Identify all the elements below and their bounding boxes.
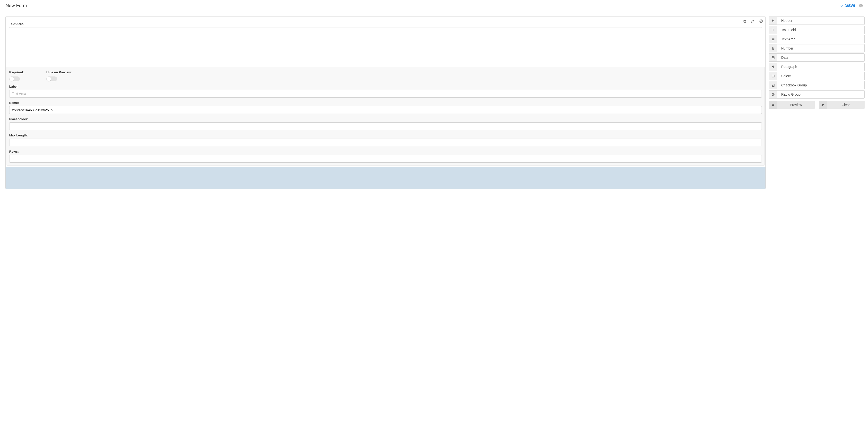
label-label: Label: xyxy=(9,85,762,88)
label-input[interactable] xyxy=(9,90,762,98)
lines-icon xyxy=(769,35,777,43)
palette-item-label: Paragraph xyxy=(777,63,864,71)
dropdown-icon xyxy=(769,72,777,80)
save-button[interactable]: Save xyxy=(840,3,855,8)
preview-button[interactable]: Preview xyxy=(769,101,815,109)
palette-item-label: Checkbox Group xyxy=(777,81,864,89)
palette-item-label: Text Field xyxy=(777,26,864,34)
rows-input[interactable] xyxy=(9,155,762,163)
field-settings-panel: Required: Hide on Preview: Label: Name: xyxy=(6,67,765,166)
field-toolbar xyxy=(743,19,763,23)
palette-column: HeaderText FieldText AreaNumberDateParag… xyxy=(769,16,865,109)
rows-label: Rows: xyxy=(9,150,762,154)
palette-item-select[interactable]: Select xyxy=(769,72,865,80)
placeholder-input[interactable] xyxy=(9,122,762,130)
placeholder-label: Placeholder: xyxy=(9,117,762,121)
close-icon xyxy=(859,3,863,8)
palette-item-label: Header xyxy=(777,17,864,25)
topbar-actions: Save xyxy=(840,3,863,8)
palette-item-checkboxgroup[interactable]: Checkbox Group xyxy=(769,81,865,89)
canvas-drop-zone[interactable] xyxy=(6,167,766,189)
palette-item-label: Date xyxy=(777,54,864,61)
check-icon xyxy=(840,4,844,7)
hide-on-preview-label: Hide on Preview: xyxy=(46,70,72,74)
palette-item-label: Number xyxy=(777,44,864,52)
palette-item-label: Text Area xyxy=(777,35,864,43)
duplicate-button[interactable] xyxy=(743,19,746,23)
maxlength-label: Max Length: xyxy=(9,134,762,137)
field-card-textarea[interactable]: Text Area xyxy=(6,17,766,64)
maxlength-input[interactable] xyxy=(9,139,762,146)
radio-icon xyxy=(769,91,777,98)
palette-item-header[interactable]: Header xyxy=(769,16,865,25)
close-button[interactable] xyxy=(859,3,863,8)
clear-button[interactable]: Clear xyxy=(819,101,865,109)
palette-item-label: Select xyxy=(777,72,864,80)
eraser-icon xyxy=(821,103,825,106)
required-label: Required: xyxy=(9,70,24,74)
save-button-label: Save xyxy=(845,3,855,8)
delete-button[interactable] xyxy=(759,19,763,23)
heading-icon xyxy=(769,17,777,25)
palette-item-textfield[interactable]: Text Field xyxy=(769,26,865,34)
palette-item-number[interactable]: Number xyxy=(769,44,865,53)
hash-icon xyxy=(769,44,777,52)
pilcrow-icon xyxy=(769,63,777,71)
palette-item-radiogroup[interactable]: Radio Group xyxy=(769,90,865,99)
palette-list: HeaderText FieldText AreaNumberDateParag… xyxy=(769,16,865,99)
eye-icon xyxy=(771,103,775,106)
checkbox-icon xyxy=(769,81,777,89)
palette-item-label: Radio Group xyxy=(777,91,864,98)
palette-item-paragraph[interactable]: Paragraph xyxy=(769,63,865,71)
field-type-label: Text Area xyxy=(9,22,762,26)
edit-icon xyxy=(751,19,755,23)
textarea-preview[interactable] xyxy=(9,27,762,63)
required-toggle[interactable] xyxy=(9,76,20,81)
palette-item-date[interactable]: Date xyxy=(769,54,865,62)
edit-button[interactable] xyxy=(751,19,755,23)
copy-icon xyxy=(743,19,746,23)
calendar-icon xyxy=(769,54,777,61)
clear-button-label: Clear xyxy=(827,101,865,109)
name-input[interactable] xyxy=(9,106,762,114)
name-label: Name: xyxy=(9,101,762,105)
preview-button-label: Preview xyxy=(777,101,815,109)
close-icon xyxy=(759,19,763,23)
workspace: Text Area Required: Hide on Preview: Lab… xyxy=(0,11,868,194)
canvas-column: Text Area Required: Hide on Preview: Lab… xyxy=(5,16,766,189)
hide-on-preview-toggle[interactable] xyxy=(46,76,57,81)
page-title: New Form xyxy=(6,3,27,8)
palette-item-textarea[interactable]: Text Area xyxy=(769,35,865,43)
canvas: Text Area Required: Hide on Preview: Lab… xyxy=(5,16,766,189)
topbar: New Form Save xyxy=(0,0,868,11)
text-cursor-icon xyxy=(769,26,777,34)
